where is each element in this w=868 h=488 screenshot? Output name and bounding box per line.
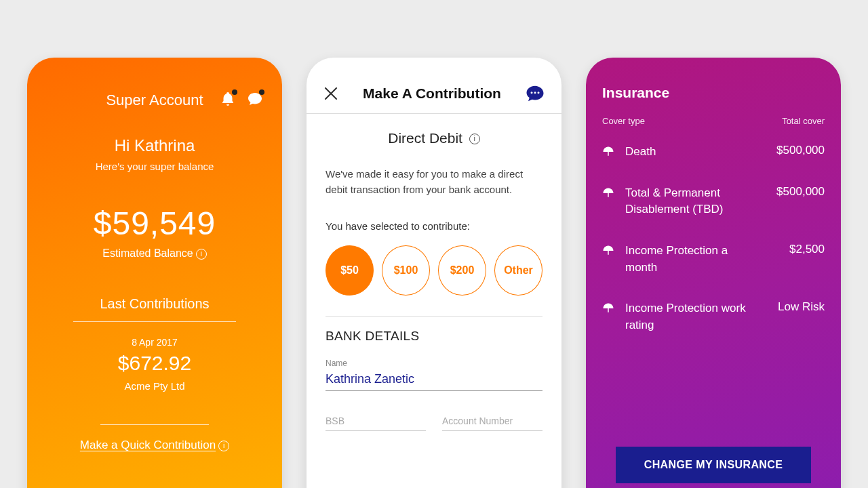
svg-point-3 (534, 92, 536, 94)
insurance-screen: Insurance Cover type Total cover Death $… (586, 58, 841, 488)
make-contribution-screen: Make A Contribution Direct Debit i We've… (307, 58, 561, 488)
super-account-screen: Super Account Hi Kathrina Here's your su… (27, 58, 282, 488)
name-label: Name (326, 359, 542, 368)
insurance-row: Income Protection a month $2,500 (602, 230, 825, 288)
svg-point-2 (530, 92, 532, 94)
last-contributions-heading: Last Contributions (27, 296, 282, 312)
umbrella-icon (602, 302, 614, 314)
amount-chip-200[interactable]: $200 (438, 245, 486, 296)
page-title: Insurance (586, 58, 841, 109)
greeting: Hi Kathrina (27, 136, 282, 155)
notifications-icon[interactable] (220, 91, 236, 110)
quick-contribution-link[interactable]: Make a Quick Contributioni (27, 439, 282, 452)
page-title: Make A Contribution (363, 85, 501, 102)
change-insurance-button[interactable]: CHANGE MY INSURANCE (616, 447, 811, 483)
method-description: We've made it easy for you to make a dir… (326, 167, 542, 197)
name-field[interactable]: Kathrina Zanetic (326, 368, 542, 391)
info-icon[interactable]: i (196, 249, 207, 260)
balance-label: Estimated Balancei (27, 247, 282, 260)
chat-icon[interactable] (247, 91, 263, 110)
select-label: You have selected to contribute: (326, 220, 542, 232)
contribution-date: 8 Apr 2017 (27, 337, 282, 348)
insurance-row: Total & Permanent Disablement (TBD) $500… (602, 173, 825, 230)
info-icon[interactable]: i (469, 134, 480, 144)
page-title: Super Account (106, 92, 203, 109)
umbrella-icon (602, 245, 614, 257)
insurance-row: Death $500,000 (602, 131, 825, 173)
greeting-sub: Here's your super balance (27, 161, 282, 172)
bank-details-heading: BANK DETAILS (326, 329, 542, 344)
chat-icon[interactable] (525, 83, 545, 104)
info-icon[interactable]: i (218, 441, 229, 451)
close-icon[interactable] (323, 85, 339, 102)
col-cover-type: Cover type (602, 116, 645, 126)
balance-value: $59,549 (27, 205, 282, 242)
svg-point-4 (537, 92, 539, 94)
amount-chip-100[interactable]: $100 (382, 245, 430, 296)
contribution-payer: Acme Pty Ltd (27, 380, 282, 392)
amount-chip-50[interactable]: $50 (326, 245, 374, 296)
method-title: Direct Debit i (326, 130, 542, 146)
col-total-cover: Total cover (782, 116, 825, 126)
umbrella-icon (602, 146, 614, 158)
insurance-row: Income Protection work rating Low Risk (602, 288, 825, 346)
amount-chip-other[interactable]: Other (494, 245, 542, 296)
contribution-amount: $672.92 (27, 352, 282, 375)
account-number-field[interactable]: Account Number (442, 415, 542, 431)
umbrella-icon (602, 187, 614, 199)
bsb-field[interactable]: BSB (326, 415, 426, 431)
